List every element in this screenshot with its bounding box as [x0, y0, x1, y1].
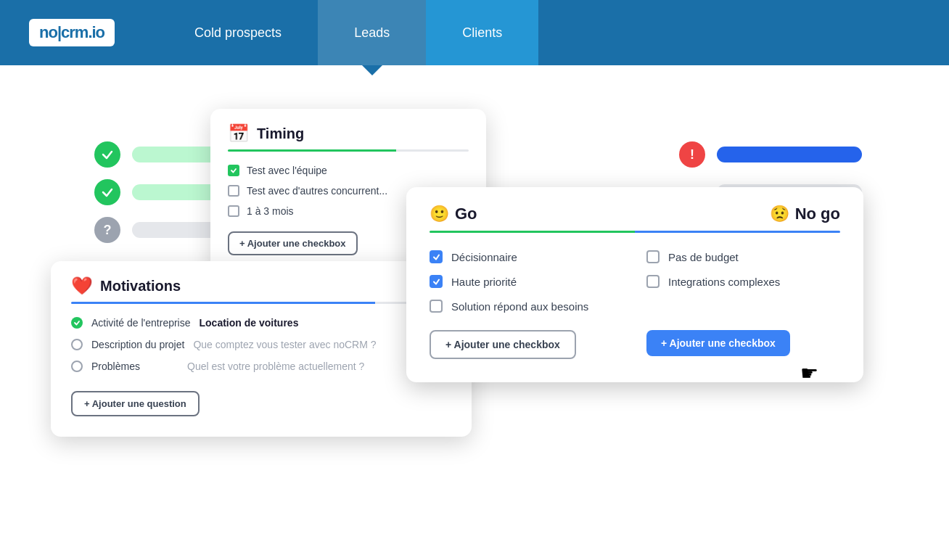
nogo-label: No go — [795, 205, 840, 223]
go-add-action: + Ajouter une checkbox — [430, 330, 623, 359]
checkbox-unchecked-3[interactable] — [228, 205, 239, 217]
bar-blue-1 — [717, 147, 862, 162]
tab-cold-prospects[interactable]: Cold prospects — [158, 0, 318, 65]
checkbox-unchecked-2[interactable] — [228, 185, 239, 197]
motivation-row-3: Problèmes Quel est votre problème actuel… — [71, 361, 451, 372]
nogo-item-1: Pas de budget — [646, 250, 840, 263]
timing-item-label-2: Test avec d'autres concurrent... — [247, 185, 387, 197]
timing-item-label-3: 1 à 3 mois — [247, 205, 294, 217]
go-nogo-actions: + Ajouter une checkbox + Ajouter une che… — [430, 330, 840, 359]
timing-divider — [228, 149, 469, 152]
motivation-placeholder-2: Que comptez vous tester avec noCRM ? — [193, 339, 376, 350]
go-checkbox-3[interactable] — [430, 300, 443, 313]
go-label: Go — [455, 205, 477, 223]
check-icon-1 — [94, 141, 120, 168]
go-nogo-header: 🙂 Go 😟 No go — [430, 205, 840, 223]
nogo-checkbox-1[interactable] — [646, 250, 660, 263]
go-section-title: 🙂 Go — [430, 205, 477, 223]
nogo-emoji: 😟 — [770, 205, 789, 223]
nogo-column: Pas de budget Integrations complexes — [646, 250, 840, 324]
go-add-checkbox-button[interactable]: + Ajouter une checkbox — [430, 330, 576, 359]
nogo-add-checkbox-button[interactable]: + Ajouter une checkbox — [646, 330, 790, 356]
motivation-label-3: Problèmes — [91, 361, 178, 372]
go-item-2: Haute priorité — [430, 275, 623, 288]
timing-item-1: Test avec l'équipe — [228, 165, 469, 176]
go-item-1: Décisionnaire — [430, 250, 623, 263]
nogo-item-label-2: Integrations complexes — [668, 276, 780, 288]
timing-item-label-1: Test avec l'équipe — [247, 165, 327, 176]
go-checkbox-1[interactable] — [430, 250, 443, 263]
motivation-row-2: Description du projet Que comptez vous t… — [71, 339, 451, 350]
timing-add-checkbox-button[interactable]: + Ajouter une checkbox — [228, 231, 358, 255]
nogo-add-action: + Ajouter une checkbox ☛ — [646, 330, 840, 356]
question-icon: ? — [94, 217, 120, 243]
nogo-item-label-1: Pas de budget — [668, 251, 739, 263]
nogo-section-title: 😟 No go — [770, 205, 840, 223]
logo: no|crm.io — [29, 19, 115, 46]
check-icon-2 — [94, 179, 120, 205]
tab-leads[interactable]: Leads — [318, 0, 426, 65]
go-item-label-3: Solution répond aux besoins — [451, 300, 588, 313]
motivation-label-1: Activité de l'entreprise — [91, 317, 191, 329]
motivation-value-1: Location de voitures — [200, 317, 299, 329]
checkbox-checked-1[interactable] — [228, 165, 239, 176]
motivations-divider — [71, 302, 451, 304]
go-column: Décisionnaire Haute priorité Solution ré… — [430, 250, 623, 324]
heart-icon: ❤️ — [71, 276, 93, 296]
radio-unchecked-3 — [71, 361, 83, 372]
add-question-button[interactable]: + Ajouter une question — [71, 391, 200, 416]
radio-checked-1 — [71, 317, 83, 329]
tab-clients[interactable]: Clients — [426, 0, 538, 65]
alert-icon: ! — [679, 141, 705, 168]
go-nogo-columns: Décisionnaire Haute priorité Solution ré… — [430, 250, 840, 324]
calendar-icon: 📅 — [228, 123, 250, 144]
motivation-row-1: Activité de l'entreprise Location de voi… — [71, 317, 451, 329]
motivations-header: ❤️ Motivations — [71, 276, 451, 296]
go-item-label-2: Haute priorité — [451, 276, 517, 288]
timing-header: 📅 Timing — [228, 123, 469, 144]
cursor-hand-icon: ☛ — [800, 361, 818, 385]
go-nogo-divider — [430, 231, 840, 233]
go-checkbox-2[interactable] — [430, 275, 443, 288]
motivations-title: Motivations — [100, 278, 181, 295]
nogo-checkbox-2[interactable] — [646, 275, 660, 288]
go-emoji: 🙂 — [430, 205, 449, 223]
motivation-placeholder-3: Quel est votre problème actuellement ? — [187, 361, 364, 372]
timing-title: Timing — [257, 125, 304, 142]
go-nogo-card: 🙂 Go 😟 No go Décisionnaire Haute priorit… — [406, 187, 863, 382]
top-navigation: no|crm.io Cold prospects Leads Clients — [0, 0, 949, 65]
radio-unchecked-2 — [71, 339, 83, 350]
nav-tabs: Cold prospects Leads Clients — [158, 0, 538, 65]
go-item-label-1: Décisionnaire — [451, 251, 517, 263]
nogo-item-2: Integrations complexes — [646, 275, 840, 288]
motivation-label-2: Description du projet — [91, 339, 184, 350]
go-item-3: Solution répond aux besoins — [430, 300, 623, 313]
